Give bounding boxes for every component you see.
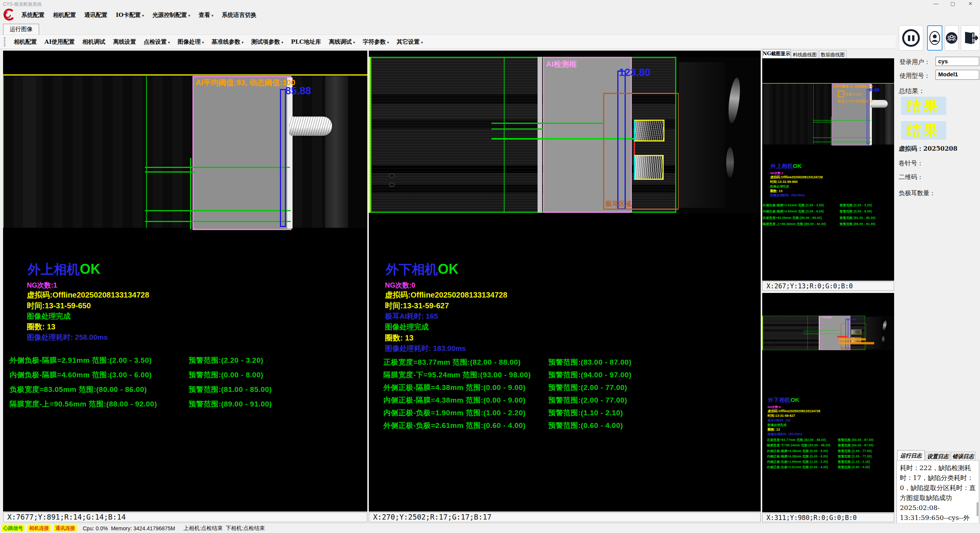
ng-count: NG次数:0 — [385, 281, 415, 290]
defect-marker-orange — [839, 338, 866, 341]
process-done: 图像处理完成 — [770, 184, 789, 188]
toolbar-item-8[interactable]: PLC地址库 — [287, 37, 325, 47]
warning-range-value: 预警范围:(2.20 - 3.20) — [189, 355, 263, 365]
warning-range-value: 预警范围:(89.00 - 91.00) — [840, 222, 875, 226]
camera2-title: 外下相机OK — [386, 261, 459, 278]
measurement-value: 外侧正极-负极=2.61mm 范围:(0.60 - 4.00) — [383, 421, 526, 431]
toolbar-item-11[interactable]: 其它设置 — [393, 37, 427, 47]
warning-range-value: 预警范围:(2.20 - 3.20) — [840, 203, 872, 207]
loop-count: 圈数: 13 — [770, 189, 783, 193]
measurement-value: 隔膜宽度-下=95.24mm 范围:(93.00 - 98.00) — [767, 443, 830, 447]
camera2-thumbnail: AI检测框 123.80 极耳区域 外下相机OK NG次数:0 虚拟码:Offl… — [762, 293, 894, 512]
neg-tab-count-label: 负极耳数量： — [899, 189, 936, 197]
login-user-label: 登录用户： — [899, 58, 930, 66]
warning-range-value: 预警范围:(2.00 - 77.00) — [548, 395, 627, 405]
time-label: 时间:13-31-59-627 — [768, 413, 795, 418]
tab-setting-log[interactable]: 设置日志 — [926, 452, 950, 460]
camera1-title: 外上相机OK — [771, 163, 802, 170]
virtual-code: 虚拟码:Offline20250208133134728 — [768, 409, 820, 413]
camera1-result-text: 外上相机OK NG次数:1 虚拟码:Offline202502081331347… — [762, 72, 894, 270]
measurement-value: 外侧负极-隔膜=2.91mm 范围:(2.00 - 3.50) — [763, 203, 824, 207]
measurement-value: 外侧负极-隔膜=2.91mm 范围:(2.00 - 3.50) — [10, 355, 152, 365]
warning-range-value: 预警范围:(0.00 - 8.00) — [189, 370, 263, 380]
toolbar-item-6[interactable]: 基准线参数 — [208, 37, 248, 47]
login-user-input[interactable]: cys — [936, 57, 979, 66]
measurement-value: 隔膜宽度-上=90.56mm 范围:(88.00 - 92.00) — [10, 399, 157, 409]
exit-button[interactable] — [961, 25, 980, 51]
warning-range-value: 预警范围:(81.00 - 85.00) — [189, 385, 272, 395]
measurement-value: 负极宽度=83.05mm 范围:(80.00 - 86.00) — [10, 385, 147, 395]
toolbar-item-10[interactable]: 字符参数 — [359, 37, 393, 47]
defect-bright-label: 亮度:1.775 对比度:0.19 — [837, 99, 873, 104]
ng-count: NG次数:0 — [768, 405, 781, 409]
ai-time: 极耳AI耗时: 165 — [385, 311, 438, 321]
toolbar-item-0[interactable]: 相机配置 — [10, 37, 41, 47]
warning-range-value: 预警范围:(89.00 - 91.00) — [189, 399, 272, 409]
measurement-value: 内侧负极-隔膜=4.60mm 范围:(3.00 - 6.00) — [10, 370, 152, 380]
virtual-code: 虚拟码:Offline20250208133134728 — [385, 290, 507, 300]
pause-icon — [902, 29, 920, 47]
toolbar-item-9[interactable]: 离线调试 — [325, 37, 359, 47]
window-title: CYS-视觉检测系统 — [3, 1, 42, 8]
menu-item-4[interactable]: 光源控制配置 — [149, 10, 194, 20]
tab-material-curve[interactable]: 料线曲线图 — [791, 50, 818, 58]
toolbar-item-4[interactable]: 点检设置 — [140, 37, 174, 47]
tab-error-log[interactable]: 错误日志 — [951, 452, 975, 460]
measurement-value: 内侧负极-隔膜=4.60mm 范围:(3.00 - 6.00) — [763, 209, 824, 214]
measurement-value: 内侧正极-负极=1.90mm 范围:(1.00 - 2.20) — [767, 460, 828, 464]
toolbar-item-7[interactable]: 测试项参数 — [247, 37, 287, 47]
menu-item-1[interactable]: 相机配置 — [49, 10, 80, 20]
warning-range-value: 预警范围:(83.00 - 87.00) — [548, 357, 631, 367]
menu-item-6[interactable]: 系统语言切换 — [218, 10, 260, 20]
toolbar-item-2[interactable]: 相机调试 — [79, 37, 109, 47]
loop-count: 圈数: 13 — [27, 322, 55, 332]
toolbar-item-3[interactable]: 离线设置 — [109, 37, 140, 47]
model-label: 使用型号： — [899, 72, 930, 80]
camera1-statusbar: X:7677;Y:891;R:14;G:14;B:14 — [3, 512, 367, 522]
ng-capture-thumbnail: 宽度:1.226 亮度:1.775 对比度:0.19 85.88 AI平均阈值:… — [762, 58, 894, 281]
camera2-view: AI检测框 123.80 极耳区域 外下相机OK NG次数:0 虚拟码:Offl… — [369, 51, 761, 512]
user-button[interactable] — [927, 25, 942, 51]
app-statusbar: 心跳信号 相机连接 通讯连接 Cpu: 0.0% Memory: 3424.41… — [0, 523, 980, 533]
minimize-button[interactable]: — — [928, 0, 944, 8]
close-button[interactable]: ✕ — [962, 0, 978, 8]
virtual-code: 虚拟码:Offline20250208133134728 — [27, 290, 149, 300]
process-time: 图像处理耗时: 258.00ms — [770, 193, 805, 197]
heartbeat-status-badge: 心跳信号 — [2, 525, 25, 532]
measurement-value: 外侧正极-负极=2.61mm 范围:(0.60 - 4.00) — [767, 465, 828, 469]
measurement-value: 隔膜宽度-下=95.24mm 范围:(93.00 - 98.00) — [383, 370, 531, 380]
toolbar-grip[interactable] — [4, 37, 5, 46]
warning-range-value: 预警范围:(0.60 - 4.00) — [548, 421, 623, 431]
log-text-area: 耗时：222，缺陷检测耗时：17，缺陷分类耗时：0，缺陷提取分区耗时：直方图提取… — [896, 460, 979, 531]
maximize-icon: ▢ — [950, 1, 955, 7]
cpu-status: Cpu: 0.0% — [83, 525, 108, 531]
defect-box-orange — [838, 90, 844, 97]
menu-item-5[interactable]: 查看 — [195, 10, 217, 20]
camera-link-status-badge: 相机连接 — [28, 525, 51, 532]
measurement-value: 正极宽度=83.77mm 范围:(82.00 - 88.00) — [767, 438, 826, 442]
warning-range-value: 预警范围:(2.00 - 77.00) — [838, 449, 872, 453]
warning-range-value: 预警范围:(94.00 - 97.00) — [838, 443, 873, 447]
users-button[interactable] — [945, 25, 959, 51]
process-done: 图像处理完成 — [27, 311, 71, 321]
tab-ng-capture[interactable]: NG截图显示 — [762, 49, 791, 58]
toolbar-item-5[interactable]: 图像处理 — [174, 37, 208, 47]
tab-data-curve[interactable]: 数据曲线图 — [819, 50, 847, 58]
toolbar-item-1[interactable]: AI使用配置 — [41, 37, 79, 47]
lower-camera-status: 下相机:点检结束 — [226, 525, 265, 532]
camera2-result-text: 外下相机OK NG次数:0 虚拟码:Offline202502081331347… — [369, 51, 761, 512]
pause-button[interactable] — [899, 25, 923, 51]
virtual-code-label: 虚拟码：20250208 — [899, 145, 957, 153]
menu-item-2[interactable]: 通讯配置 — [81, 10, 111, 20]
menu-item-0[interactable]: 系统配置 — [18, 10, 48, 20]
close-icon: ✕ — [968, 1, 973, 7]
maximize-button[interactable]: ▢ — [945, 0, 961, 8]
menu-item-3[interactable]: IO卡配置 — [112, 10, 148, 20]
tab-run-image[interactable]: 运行图像 — [3, 24, 39, 35]
ai-time: 极耳AI耗时: 165 — [768, 418, 790, 422]
warning-range-value: 预警范围:(2.00 - 77.00) — [548, 383, 627, 393]
camera1-view: 85.88 AI平均阈值:93, 动态阈值:100 外上相机OK NG次数:1 … — [3, 51, 367, 512]
log-scrollbar-thumb[interactable] — [977, 502, 978, 516]
tab-run-log[interactable]: 运行日志 — [897, 450, 925, 460]
model-input[interactable]: Model1 — [936, 70, 979, 80]
